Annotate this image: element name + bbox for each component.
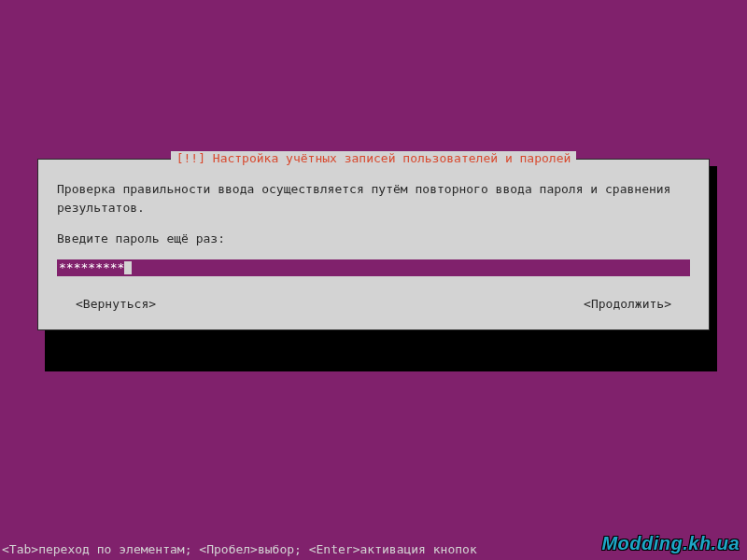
watermark: Modding.kh.ua <box>601 533 740 554</box>
dialog-button-row: <Вернуться> <Продолжить> <box>57 295 690 314</box>
password-prompt-label: Введите пароль ещё раз: <box>57 230 690 248</box>
back-button[interactable]: <Вернуться> <box>76 295 156 314</box>
dialog-body: Проверка правильности ввода осуществляет… <box>57 180 690 313</box>
password-input[interactable]: ********* <box>57 259 690 276</box>
dialog-title-text: Настройка учётных записей пользователей … <box>213 151 571 165</box>
dialog-description: Проверка правильности ввода осуществляет… <box>57 180 690 217</box>
dialog-title-prefix: [!!] <box>176 151 213 165</box>
status-bar: <Tab>переход по элементам; <Пробел>выбор… <box>0 542 477 556</box>
text-cursor-icon <box>124 261 132 274</box>
password-masked-value: ********* <box>59 260 124 274</box>
password-dialog: [!!] Настройка учётных записей пользоват… <box>37 159 710 330</box>
dialog-title: [!!] Настройка учётных записей пользоват… <box>171 151 577 165</box>
continue-button[interactable]: <Продолжить> <box>584 295 671 314</box>
dialog-title-wrap: [!!] Настройка учётных записей пользоват… <box>38 151 709 165</box>
